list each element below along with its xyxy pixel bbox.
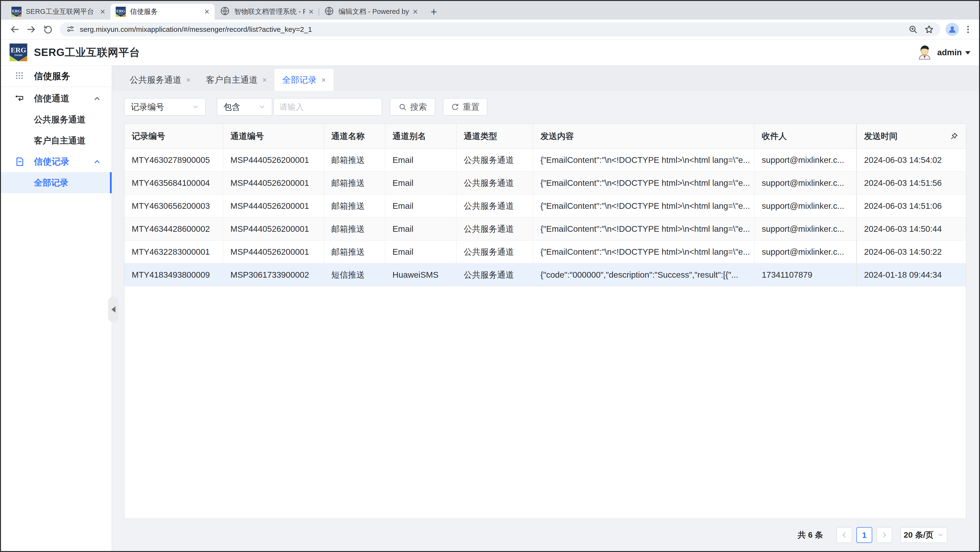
browser-tab-serg-platform[interactable]: ERGSample SERG工业互联网平台 × [6, 4, 110, 20]
back-button[interactable] [7, 22, 22, 37]
sidebar-item-label: 客户自主通道 [34, 135, 86, 147]
globe-icon [324, 6, 334, 18]
pagination-prev-button[interactable] [836, 527, 852, 543]
content-tab-bar: 公共服务通道 × 客户自主通道 × 全部记录 × [112, 65, 979, 91]
close-icon[interactable]: × [309, 7, 313, 16]
tab-label: 公共服务通道 [130, 74, 181, 86]
tab-label: 全部记录 [282, 74, 317, 86]
bookmark-star-icon[interactable] [924, 24, 934, 34]
tab-all-records[interactable]: 全部记录 × [274, 69, 333, 91]
column-header-channel-name: 通道名称 [324, 124, 385, 149]
erg-favicon: ERGSample [116, 7, 126, 17]
cell-send-time: 2024-06-03 14:54:02 [856, 149, 966, 172]
cell-channel-alias: Email [385, 241, 457, 263]
column-header-content: 发送内容 [533, 124, 755, 149]
cell-send-time: 2024-06-03 14:50:22 [856, 241, 966, 263]
chevron-down-icon [937, 532, 944, 538]
chevron-left-icon [841, 531, 848, 539]
browser-profile-avatar[interactable] [946, 23, 959, 36]
cell-channel-alias: HuaweiSMS [385, 263, 457, 287]
cell-channel-type: 公共服务通道 [457, 263, 533, 287]
close-icon[interactable]: × [100, 7, 105, 16]
cell-content: {"EmailContent":"\n<!DOCTYPE html>\n<htm… [533, 172, 755, 195]
pagination-next-button[interactable] [877, 527, 892, 543]
cell-recipient: support@mixlinker.c... [755, 172, 856, 195]
pagination-page-1[interactable]: 1 [856, 527, 872, 543]
cell-channel-type: 公共服务通道 [457, 241, 533, 263]
username: admin [937, 48, 962, 57]
sidebar-header: 信使服务 [1, 65, 111, 86]
tab-customer-channels[interactable]: 客户自主通道 × [198, 69, 275, 91]
cell-content: {"EmailContent":"\n<!DOCTYPE html>\n<htm… [533, 149, 755, 172]
browser-tab-title: 信使服务 [130, 7, 201, 16]
sidebar-item-customer-channels[interactable]: 客户自主通道 [1, 130, 111, 151]
browser-menu-icon[interactable] [963, 25, 973, 34]
tab-public-channels[interactable]: 公共服务通道 × [122, 69, 198, 91]
cell-recipient: support@mixlinker.c... [755, 195, 856, 218]
filter-field-select[interactable]: 记录编号 [124, 98, 206, 116]
apps-grid-icon [15, 71, 24, 81]
sidebar-item-public-channels[interactable]: 公共服务通道 [1, 109, 111, 130]
close-icon[interactable]: × [321, 76, 326, 84]
table-row[interactable]: MTY4630278900005 MSP4440526200001 邮箱推送 E… [124, 149, 966, 172]
site-settings-icon[interactable] [66, 24, 75, 34]
chevron-down-icon [965, 51, 970, 54]
table-row[interactable]: MTY4630656200003 MSP4440526200001 邮箱推送 E… [124, 195, 966, 218]
filter-value-input[interactable] [273, 98, 382, 116]
column-header-record-id: 记录编号 [124, 124, 223, 149]
new-tab-button[interactable]: + [427, 5, 441, 19]
browser-tab-title: 编辑文档 - Powered by MinDo [339, 7, 409, 16]
cell-send-time: 2024-06-03 14:50:44 [856, 218, 966, 241]
cell-content: {"code":"000000","description":"Success"… [533, 263, 755, 287]
cell-send-time: 2024-06-03 14:51:56 [856, 172, 966, 195]
search-button[interactable]: 搜索 [390, 98, 435, 116]
cell-channel-name: 邮箱推送 [324, 172, 385, 195]
sidebar-collapse-handle[interactable] [108, 297, 119, 322]
table-row[interactable]: MTY4632283000001 MSP4440526200001 邮箱推送 E… [124, 241, 966, 263]
page-size-select[interactable]: 20 条/页 [900, 527, 947, 543]
channel-swap-icon [15, 94, 25, 104]
cell-channel-alias: Email [385, 195, 457, 218]
table-row[interactable]: MTY4634428600002 MSP4440526200001 邮箱推送 E… [124, 218, 966, 241]
logo-subtext: Sample [14, 54, 22, 57]
column-header-recipient: 收件人 [755, 124, 856, 149]
reload-button[interactable] [41, 22, 56, 37]
close-icon[interactable]: × [262, 76, 267, 84]
collapse-left-icon [111, 306, 115, 313]
zoom-page-icon[interactable] [908, 25, 918, 34]
select-value: 包含 [223, 101, 240, 113]
user-menu[interactable]: admin [917, 44, 970, 61]
sidebar-menu: 信使通道 公共服务通道 客户自主通道 信使记录 全部记录 [1, 87, 111, 193]
browser-tab-edit-doc[interactable]: 编辑文档 - Powered by MinDo × [319, 4, 423, 20]
browser-tab-doc-system[interactable]: 智物联文档管理系统 - Powered × [215, 4, 319, 20]
sidebar: 信使服务 信使通道 公共服务通道 客户自主通道 信使记录 [1, 65, 112, 552]
cell-channel-type: 公共服务通道 [457, 218, 533, 241]
chevron-up-icon [93, 158, 101, 166]
sidebar-item-all-records[interactable]: 全部记录 [1, 172, 111, 193]
url-bar[interactable]: serg.mixyun.com/mixapplication/#/messeng… [60, 22, 940, 36]
cell-record-id: MTY4634428600002 [124, 218, 223, 241]
cell-channel-name: 短信推送 [324, 263, 385, 287]
cell-content: {"EmailContent":"\n<!DOCTYPE html>\n<htm… [533, 195, 755, 218]
cell-channel-alias: Email [385, 172, 457, 195]
close-icon[interactable]: × [413, 7, 418, 16]
sidebar-group-channels[interactable]: 信使通道 [1, 88, 111, 109]
close-icon[interactable]: × [204, 7, 209, 16]
pin-icon[interactable] [950, 132, 959, 140]
filter-operator-select[interactable]: 包含 [217, 98, 272, 116]
records-table-card: 记录编号 通道编号 通道名称 通道别名 通道类型 发送内容 收件人 发送时间 [124, 123, 966, 519]
cell-channel-id: MSP4440526200001 [223, 195, 324, 218]
table-row-selected[interactable]: MTY4183493800009 MSP3061733900002 短信推送 H… [124, 263, 966, 287]
column-header-channel-type: 通道类型 [457, 124, 533, 149]
table-row[interactable]: MTY4635684100004 MSP4440526200001 邮箱推送 E… [124, 172, 966, 195]
reset-button[interactable]: 重置 [443, 98, 487, 116]
close-icon[interactable]: × [186, 76, 191, 84]
reset-icon [451, 103, 460, 111]
app-header: ERG Sample SERG工业互联网平台 admin [1, 40, 979, 65]
cell-recipient: 17341107879 [755, 263, 856, 287]
cell-recipient: support@mixlinker.c... [755, 241, 856, 263]
app-title: SERG工业互联网平台 [34, 45, 140, 59]
sidebar-group-records[interactable]: 信使记录 [1, 151, 111, 172]
browser-tab-messenger-active[interactable]: ERGSample 信使服务 × [110, 4, 215, 20]
forward-button[interactable] [24, 22, 39, 37]
